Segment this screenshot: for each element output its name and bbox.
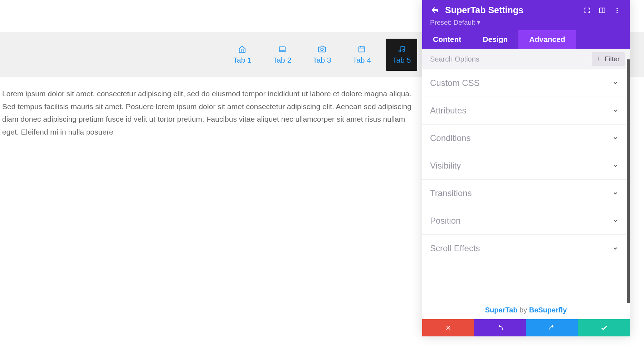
section-label: Transitions — [430, 188, 472, 198]
filter-button[interactable]: + Filter — [592, 52, 625, 66]
chevron-down-icon — [613, 246, 618, 251]
accordion: Custom CSS Attributes Conditions Visibil… — [422, 69, 630, 301]
panel-title: SuperTab Settings — [445, 5, 577, 15]
undo-button[interactable] — [474, 319, 526, 336]
credit-product-link[interactable]: SuperTab — [485, 306, 518, 314]
plus-icon: + — [597, 55, 601, 63]
tab-label: Tab 1 — [233, 56, 252, 64]
redo-button[interactable] — [526, 319, 578, 336]
section-custom-css[interactable]: Custom CSS — [422, 69, 630, 97]
close-button[interactable] — [422, 319, 474, 336]
camera-icon — [318, 45, 326, 53]
credit-author-link[interactable]: BeSuperfly — [529, 306, 567, 314]
layout-icon[interactable] — [597, 6, 607, 15]
tab-advanced[interactable]: Advanced — [518, 30, 576, 49]
svg-point-4 — [403, 49, 405, 52]
panel-header: SuperTab Settings Preset: Default ▾ — [422, 0, 630, 30]
save-button[interactable] — [578, 319, 630, 336]
preset-dropdown[interactable]: Preset: Default ▾ — [430, 18, 622, 26]
preset-label: Preset: Default — [430, 19, 475, 26]
back-icon[interactable] — [430, 6, 439, 15]
laptop-icon — [278, 45, 286, 53]
music-icon — [398, 45, 406, 53]
svg-rect-5 — [600, 8, 605, 13]
chevron-down-icon — [613, 80, 618, 86]
chevron-down-icon — [613, 163, 618, 169]
filter-label: Filter — [605, 55, 620, 63]
svg-rect-0 — [279, 47, 285, 51]
tab-4[interactable]: Tab 4 — [346, 39, 377, 71]
svg-point-8 — [616, 12, 618, 13]
tab-label: Tab 4 — [353, 56, 371, 64]
svg-point-6 — [616, 8, 618, 9]
section-conditions[interactable]: Conditions — [422, 125, 630, 152]
svg-point-1 — [321, 48, 323, 50]
svg-rect-2 — [359, 47, 365, 52]
search-input[interactable] — [430, 55, 592, 63]
section-transitions[interactable]: Transitions — [422, 180, 630, 207]
section-visibility[interactable]: Visibility — [422, 152, 630, 180]
section-label: Custom CSS — [430, 78, 480, 88]
section-label: Conditions — [430, 133, 470, 143]
section-scroll-effects[interactable]: Scroll Effects — [422, 235, 630, 262]
tab-3[interactable]: Tab 3 — [306, 39, 337, 71]
section-attributes[interactable]: Attributes — [422, 97, 630, 125]
panel-actions — [422, 319, 630, 336]
chevron-down-icon — [613, 218, 618, 224]
svg-point-3 — [399, 50, 401, 52]
scrollbar[interactable] — [627, 59, 630, 303]
tab-content[interactable]: Content — [422, 30, 472, 49]
credit-by: by — [517, 306, 529, 314]
chevron-down-icon: ▾ — [477, 19, 480, 26]
tab-5[interactable]: Tab 5 — [386, 39, 417, 71]
expand-icon[interactable] — [582, 6, 592, 15]
tab-2[interactable]: Tab 2 — [267, 39, 298, 71]
chevron-down-icon — [613, 108, 618, 113]
tab-design[interactable]: Design — [472, 30, 518, 49]
tab-content-text: Lorem ipsum dolor sit amet, consectetur … — [0, 77, 415, 149]
panel-credit: SuperTab by BeSuperfly — [422, 301, 630, 319]
chevron-down-icon — [613, 135, 618, 141]
tab-label: Tab 2 — [273, 56, 291, 64]
tab-1[interactable]: Tab 1 — [227, 39, 258, 71]
section-label: Position — [430, 216, 460, 226]
section-label: Visibility — [430, 161, 461, 171]
tab-label: Tab 3 — [313, 56, 331, 64]
settings-panel: SuperTab Settings Preset: Default ▾ Cont… — [422, 0, 630, 336]
calendar-icon — [358, 45, 366, 53]
section-position[interactable]: Position — [422, 207, 630, 235]
chevron-down-icon — [613, 190, 618, 196]
section-label: Scroll Effects — [430, 243, 480, 253]
svg-point-7 — [616, 10, 618, 11]
tab-label: Tab 5 — [392, 56, 411, 64]
search-filter-row: + Filter — [422, 49, 630, 69]
panel-tabs: Content Design Advanced — [422, 30, 630, 49]
section-label: Attributes — [430, 106, 466, 116]
home-icon — [238, 45, 246, 53]
kebab-menu-icon[interactable] — [613, 6, 622, 15]
